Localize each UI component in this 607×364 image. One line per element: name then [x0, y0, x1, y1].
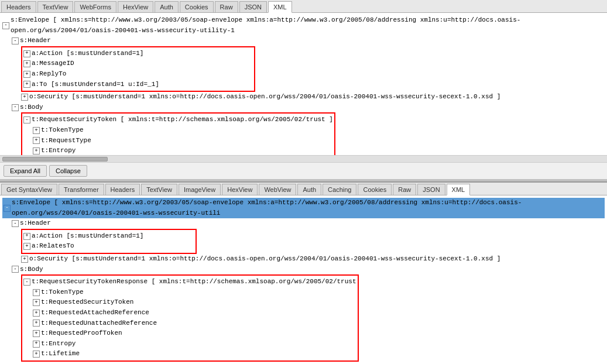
security-expand-top[interactable]: + — [21, 94, 28, 101]
action-expand-top[interactable]: + — [23, 50, 30, 57]
b-action-node: + a:Action [s:mustUnderstand=1] — [23, 231, 194, 242]
header-redbox-top: + a:Action [s:mustUnderstand=1] + a:Mess… — [21, 46, 255, 92]
sbody-expand-top[interactable]: - — [12, 104, 19, 111]
b-requestedsectoken-text: t:RequestedSecurityToken — [41, 297, 133, 308]
action-text-top: a:Action [s:mustUnderstand=1] — [32, 49, 143, 59]
b-attachedref-expand[interactable]: + — [33, 310, 40, 317]
action-node-top: + a:Action [s:mustUnderstand=1] — [23, 49, 253, 59]
bottom-tab-bar: Get SyntaxView Transformer Headers TextV… — [0, 183, 607, 195]
rst-node-top: - t:RequestSecurityToken [ xmlns:t=http:… — [23, 115, 333, 125]
app-layout: Headers TextView WebForms HexView Auth C… — [0, 0, 607, 364]
top-hscroll[interactable] — [0, 155, 607, 162]
b-attachedref-node: + t:RequestedAttachedReference — [33, 308, 356, 318]
tab-textview-top[interactable]: TextView — [37, 1, 74, 12]
b-header-redbox: + a:Action [s:mustUnderstand=1] + a:Rela… — [21, 229, 197, 254]
tab-auth-top[interactable]: Auth — [155, 1, 179, 12]
b-action-expand[interactable]: + — [23, 233, 30, 240]
tab-imageview-bottom[interactable]: ImageView — [179, 184, 221, 195]
tab-raw-top[interactable]: Raw — [215, 1, 238, 12]
top-collapse-button[interactable]: Collapse — [49, 165, 87, 177]
top-expand-all-button[interactable]: Expand All — [4, 165, 47, 177]
security-text-top: o:Security [s:mustUnderstand=1 xmlns:o=h… — [29, 92, 500, 102]
security-node-top: + o:Security [s:mustUnderstand=1 xmlns:o… — [21, 92, 605, 102]
b-tokentype-expand[interactable]: + — [33, 289, 40, 296]
entropy-expand-top[interactable]: + — [33, 147, 40, 154]
tokentype-text-top: t:TokenType — [41, 125, 84, 136]
tokentype-expand-top[interactable]: + — [33, 127, 40, 134]
b-entropy-text: t:Entropy — [41, 339, 76, 349]
tab-caching-bottom[interactable]: Caching — [323, 184, 356, 195]
tab-cookies-bottom[interactable]: Cookies — [358, 184, 392, 195]
bottom-tree-area: - s:Envelope [ xmlns:s=http://www.w3.org… — [0, 195, 607, 364]
root-node-top: - s:Envelope [ xmlns:s=http://www.w3.org… — [2, 15, 605, 36]
b-rstr-text: t:RequestSecurityTokenResponse [ xmlns:t… — [32, 277, 356, 287]
tab-auth-bottom[interactable]: Auth — [297, 184, 321, 195]
tab-cookies-top[interactable]: Cookies — [180, 1, 214, 12]
b-sbody-expand[interactable]: - — [12, 266, 19, 273]
b-body-redbox: - t:RequestSecurityTokenResponse [ xmlns… — [21, 274, 359, 362]
bottom-panel: Get SyntaxView Transformer Headers TextV… — [0, 183, 607, 364]
root-expand-bottom[interactable]: - — [4, 205, 11, 212]
rst-text-top: t:RequestSecurityToken [ xmlns:t=http://… — [32, 115, 333, 125]
tab-headers-top[interactable]: Headers — [1, 1, 36, 12]
root-text-top: s:Envelope [ xmlns:s=http://www.w3.org/2… — [11, 15, 605, 36]
b-requestedsectoken-node: + t:RequestedSecurityToken — [33, 297, 356, 308]
b-sheader-expand[interactable]: - — [12, 220, 19, 227]
messageid-expand-top[interactable]: + — [23, 60, 30, 67]
requesttype-expand-top[interactable]: + — [33, 137, 40, 144]
sheader-node-top: - s:Header — [12, 36, 605, 46]
replyto-expand-top[interactable]: + — [23, 71, 30, 78]
header-container-top: - s:Header + a:Action [s:mustUnderstand=… — [12, 36, 605, 102]
tokentype-node-top: + t:TokenType — [33, 125, 333, 136]
tab-hexview-bottom[interactable]: HexView — [222, 184, 258, 195]
rst-expand-top[interactable]: - — [23, 116, 30, 123]
b-lifetime-expand[interactable]: + — [33, 351, 40, 358]
b-sheader-node: - s:Header — [12, 218, 605, 229]
tab-textview-bottom[interactable]: TextView — [141, 184, 177, 195]
entropy-node-top: + t:Entropy — [33, 146, 333, 155]
b-lifetime-node: + t:Lifetime — [33, 349, 356, 359]
tab-raw-bottom[interactable]: Raw — [393, 184, 416, 195]
tab-hexview-top[interactable]: HexView — [118, 1, 153, 12]
tab-webview-bottom[interactable]: WebView — [259, 184, 296, 195]
root-text-bottom: s:Envelope [ xmlns:s=http://www.w3.org/2… — [12, 198, 603, 218]
b-tokentype-text: t:TokenType — [41, 287, 84, 298]
rst-children-top: + t:TokenType + t:RequestType + t:Entrop… — [33, 125, 333, 155]
b-rstr-children: + t:TokenType + t:RequestedSecurityToken… — [33, 287, 356, 359]
b-entropy-node: + t:Entropy — [33, 339, 356, 349]
replyto-node-top: + a:ReplyTo — [23, 69, 253, 80]
b-security-expand[interactable]: + — [21, 256, 28, 263]
tab-xml-bottom[interactable]: XML — [447, 184, 471, 195]
to-expand-top[interactable]: + — [23, 81, 30, 88]
tab-json-bottom[interactable]: JSON — [417, 184, 445, 195]
sbody-text-top: s:Body — [20, 102, 43, 113]
tab-getsyntaxview-bottom[interactable]: Get SyntaxView — [1, 184, 57, 195]
b-unattachedref-text: t:RequestedUnattachedReference — [41, 318, 157, 329]
to-text-top: a:To [s:mustUnderstand=1 u:Id=_1] — [32, 80, 159, 90]
tab-webforms-top[interactable]: WebForms — [74, 1, 116, 12]
sheader-text-top: s:Header — [20, 36, 51, 46]
requesttype-node-top: + t:RequestType — [33, 136, 333, 146]
b-rstr-node: - t:RequestSecurityTokenResponse [ xmlns… — [23, 277, 356, 287]
b-entropy-expand[interactable]: + — [33, 341, 40, 348]
sheader-expand-top[interactable]: - — [12, 37, 19, 44]
tab-xml-top[interactable]: XML — [268, 1, 292, 13]
tab-headers-bottom[interactable]: Headers — [105, 184, 140, 195]
root-expand-top[interactable]: - — [2, 22, 9, 29]
b-relatesto-expand[interactable]: + — [23, 243, 30, 250]
b-lifetime-text: t:Lifetime — [41, 349, 80, 359]
requesttype-text-top: t:RequestType — [41, 136, 91, 146]
b-unattachedref-expand[interactable]: + — [33, 320, 40, 327]
tab-transformer-bottom[interactable]: Transformer — [59, 184, 104, 195]
b-tokentype-node: + t:TokenType — [33, 287, 356, 298]
to-node-top: + a:To [s:mustUnderstand=1 u:Id=_1] — [23, 80, 253, 90]
b-prooftoken-expand[interactable]: + — [33, 330, 40, 337]
b-header-container: - s:Header + a:Action [s:mustUnderstand=… — [12, 218, 605, 264]
b-prooftoken-node: + t:RequestedProofToken — [33, 328, 356, 339]
b-requestedsectoken-expand[interactable]: + — [33, 299, 40, 306]
b-rstr-expand[interactable]: - — [23, 279, 30, 286]
root-node-bottom: - s:Envelope [ xmlns:s=http://www.w3.org… — [2, 198, 605, 218]
b-attachedref-text: t:RequestedAttachedReference — [41, 308, 149, 318]
tab-json-top[interactable]: JSON — [239, 1, 267, 12]
b-relatesto-node: + a:RelatesTo — [23, 241, 194, 252]
